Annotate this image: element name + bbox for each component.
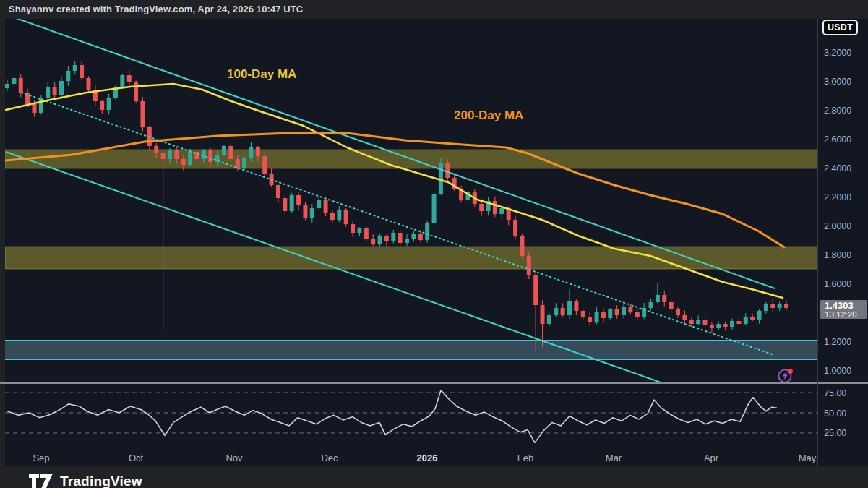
tradingview-logo-text: TradingView [60,474,142,488]
tradingview-screenshot: 3.20003.00002.80002.60002.40002.20002.00… [0,0,868,488]
time-axis[interactable] [0,450,817,466]
tradingview-logo[interactable]: TradingView [29,474,142,488]
price-axis[interactable] [817,19,868,450]
rsi-pane[interactable] [0,384,817,450]
main-chart-pane[interactable] [0,19,817,383]
attribution-text: Shayannv created with TradingView.com, A… [9,4,303,14]
tradingview-logo-mark [29,474,53,488]
